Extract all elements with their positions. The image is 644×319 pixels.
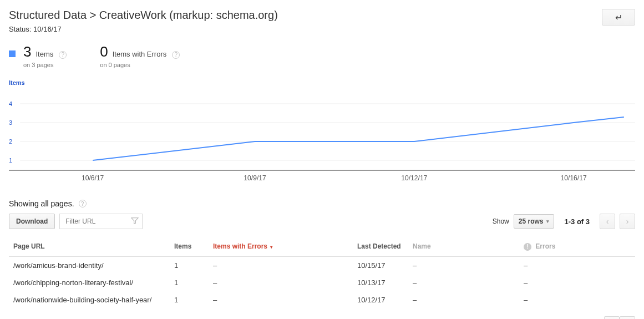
next-page-button[interactable]: › bbox=[620, 214, 635, 229]
help-icon[interactable]: ? bbox=[172, 51, 180, 59]
cell-last_detected: 10/13/17 bbox=[353, 274, 408, 291]
metric-items: 3 Items ? on 3 pages bbox=[9, 43, 67, 68]
filter-url-input[interactable] bbox=[64, 217, 128, 226]
cell-page_url: /work/amicus-brand-identity/ bbox=[9, 256, 170, 274]
cell-items: 1 bbox=[170, 256, 209, 274]
cell-errors: – bbox=[519, 274, 635, 291]
items-subtext: on 3 pages bbox=[23, 62, 67, 68]
col-items[interactable]: Items bbox=[170, 237, 209, 256]
errors-subtext: on 0 pages bbox=[100, 62, 180, 68]
ytick-4: 4 bbox=[9, 100, 12, 107]
cell-name: – bbox=[408, 291, 519, 308]
prev-page-button-footer[interactable]: ‹ bbox=[604, 316, 620, 320]
col-errors[interactable]: ! Errors bbox=[519, 237, 635, 256]
show-label: Show bbox=[493, 217, 509, 225]
chevron-right-icon: › bbox=[626, 217, 629, 226]
cell-items_errors: – bbox=[209, 274, 353, 291]
next-page-button-footer[interactable]: › bbox=[620, 316, 635, 320]
col-items-with-errors[interactable]: Items with Errors ▾ bbox=[209, 237, 353, 256]
rows-option-text: 25 rows bbox=[519, 217, 544, 225]
col-name[interactable]: Name bbox=[408, 237, 519, 256]
xtick-1: 10/9/17 bbox=[244, 174, 266, 182]
cell-last_detected: 10/15/17 bbox=[353, 256, 408, 274]
ytick-1: 1 bbox=[9, 157, 12, 164]
cell-items_errors: – bbox=[209, 256, 353, 274]
cell-errors: – bbox=[519, 291, 635, 308]
metric-items-with-errors: 0 Items with Errors ? on 0 pages bbox=[100, 43, 180, 68]
table-row[interactable]: /work/chipping-norton-literary-festival/… bbox=[9, 274, 635, 291]
help-icon[interactable]: ? bbox=[59, 51, 67, 59]
back-button[interactable]: ↵ bbox=[602, 9, 635, 26]
sort-desc-icon: ▾ bbox=[270, 244, 273, 250]
status-text: Status: 10/16/17 bbox=[9, 25, 602, 33]
caret-down-icon: ▾ bbox=[546, 219, 549, 224]
xtick-0: 10/6/17 bbox=[82, 174, 104, 182]
ytick-3: 3 bbox=[9, 119, 12, 126]
items-color-swatch bbox=[9, 50, 16, 57]
rows-per-page-select[interactable]: 25 rows ▾ bbox=[514, 214, 555, 229]
pagination-range: 1-3 of 3 bbox=[564, 217, 590, 226]
pages-table: Page URL Items Items with Errors ▾ Last … bbox=[9, 237, 635, 308]
download-button[interactable]: Download bbox=[9, 214, 55, 229]
chart-legend-items[interactable]: Items bbox=[9, 79, 635, 86]
page-title: Structured Data > CreativeWork (markup: … bbox=[9, 9, 602, 22]
xtick-2: 10/12/17 bbox=[401, 174, 427, 182]
items-line-series bbox=[93, 117, 624, 160]
cell-page_url: /work/nationwide-building-society-half-y… bbox=[9, 291, 170, 308]
cell-name: – bbox=[408, 274, 519, 291]
items-count: 3 bbox=[23, 43, 31, 60]
cell-items: 1 bbox=[170, 291, 209, 308]
ytick-2: 2 bbox=[9, 138, 12, 145]
col-errors-text: Errors bbox=[535, 242, 555, 250]
showing-pages-text: Showing all pages. bbox=[9, 199, 74, 208]
help-icon[interactable]: ? bbox=[79, 200, 87, 207]
error-badge-icon: ! bbox=[524, 243, 531, 251]
table-row[interactable]: /work/nationwide-building-society-half-y… bbox=[9, 291, 635, 308]
xtick-3: 10/16/17 bbox=[561, 174, 587, 182]
col-page-url[interactable]: Page URL bbox=[9, 237, 170, 256]
filter-icon[interactable] bbox=[131, 217, 139, 226]
col-items-with-errors-text: Items with Errors bbox=[213, 242, 267, 250]
errors-label: Items with Errors bbox=[113, 50, 167, 58]
cell-last_detected: 10/12/17 bbox=[353, 291, 408, 308]
cell-items: 1 bbox=[170, 274, 209, 291]
errors-count: 0 bbox=[100, 43, 108, 60]
cell-errors: – bbox=[519, 256, 635, 274]
cell-items_errors: – bbox=[209, 291, 353, 308]
items-label: Items bbox=[36, 50, 53, 58]
filter-url-field[interactable] bbox=[59, 214, 143, 229]
col-last-detected[interactable]: Last Detected bbox=[353, 237, 408, 256]
items-chart: Items 4 3 2 1 10/6/17 10/9/17 10/12/17 1… bbox=[9, 79, 635, 188]
chevron-left-icon: ‹ bbox=[606, 217, 609, 226]
line-chart-svg: 4 3 2 1 10/6/17 10/9/17 10/12/17 10/16/1… bbox=[9, 88, 635, 188]
cell-name: – bbox=[408, 256, 519, 274]
cell-page_url: /work/chipping-norton-literary-festival/ bbox=[9, 274, 170, 291]
prev-page-button[interactable]: ‹ bbox=[600, 214, 615, 229]
table-row[interactable]: /work/amicus-brand-identity/1–10/15/17–– bbox=[9, 256, 635, 274]
return-arrow-icon: ↵ bbox=[615, 12, 622, 23]
